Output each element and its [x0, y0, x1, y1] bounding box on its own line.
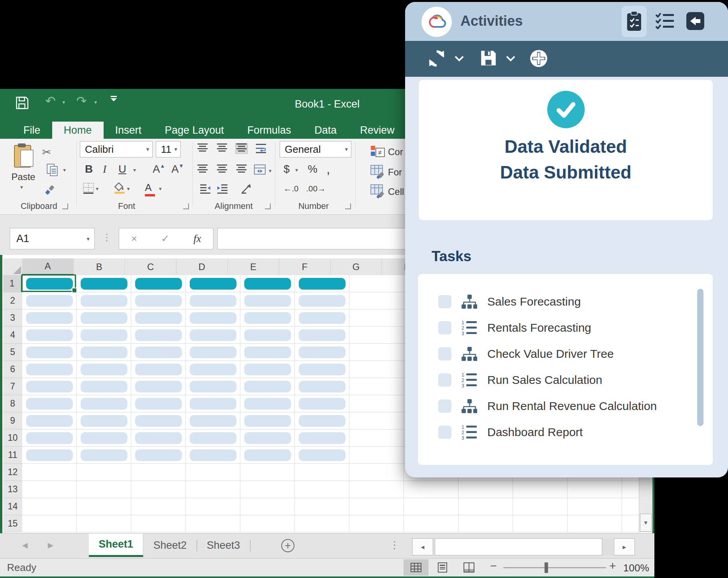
- cell-C9[interactable]: [135, 415, 182, 427]
- align-bottom-icon[interactable]: [236, 143, 247, 154]
- cell-F4[interactable]: [299, 329, 345, 341]
- cell-A11[interactable]: [26, 449, 73, 461]
- page-break-view-button[interactable]: [457, 559, 481, 576]
- cell-E1[interactable]: [244, 278, 291, 290]
- cell-C5[interactable]: [135, 346, 182, 358]
- select-all-corner[interactable]: [3, 258, 23, 276]
- cell-F8[interactable]: [299, 398, 345, 410]
- orientation-icon[interactable]: [241, 184, 252, 194]
- row-header-7[interactable]: 7: [3, 378, 22, 395]
- paste-icon[interactable]: [13, 143, 33, 168]
- row-header-5[interactable]: 5: [3, 344, 22, 361]
- increase-decimal-button[interactable]: ←.0: [284, 184, 299, 193]
- grow-font-button[interactable]: A▲: [153, 163, 165, 175]
- cell-A2[interactable]: [26, 295, 73, 307]
- cancel-icon[interactable]: ×: [131, 233, 137, 245]
- font-color-dropdown-icon[interactable]: ▾: [159, 186, 162, 192]
- cell-B2[interactable]: [81, 295, 127, 307]
- row-header-9[interactable]: 9: [3, 412, 22, 430]
- task-row[interactable]: Run Sales Calculation: [418, 369, 713, 391]
- cell-A9[interactable]: [26, 415, 73, 427]
- row-header-8[interactable]: 8: [3, 395, 22, 412]
- cell-B5[interactable]: [81, 346, 127, 358]
- cell-B6[interactable]: [81, 364, 127, 375]
- sheet-tab-sheet1[interactable]: Sheet1: [89, 534, 143, 557]
- number-format-select[interactable]: General▾: [280, 141, 351, 157]
- row-header-14[interactable]: 14: [3, 498, 22, 515]
- sheet-tab-sheet2[interactable]: Sheet2: [143, 534, 197, 557]
- cell-E4[interactable]: [244, 329, 291, 341]
- cell-A5[interactable]: [26, 346, 73, 358]
- cell-C10[interactable]: [135, 432, 182, 444]
- cell-B11[interactable]: [81, 449, 127, 461]
- paste-dropdown-icon[interactable]: ▾: [20, 184, 23, 190]
- increase-indent-icon[interactable]: [217, 184, 228, 194]
- task-row[interactable]: Run Rental Revenue Calculation: [418, 395, 713, 417]
- tab-insert[interactable]: Insert: [104, 122, 153, 139]
- cell-A6[interactable]: [26, 364, 73, 375]
- cell-C1[interactable]: [135, 278, 182, 290]
- sheet-nav-prev-icon[interactable]: ◄: [20, 540, 30, 551]
- cell-E3[interactable]: [244, 312, 291, 324]
- column-header-G[interactable]: G: [331, 258, 382, 275]
- formula-bar-splitter[interactable]: ⋮: [102, 232, 112, 243]
- conditional-formatting-label[interactable]: Cor: [388, 147, 403, 157]
- font-size-select[interactable]: 11▾: [156, 141, 181, 157]
- alignment-dialog-launcher-icon[interactable]: [265, 203, 271, 209]
- cell-D9[interactable]: [190, 415, 236, 427]
- font-name-select[interactable]: Calibri▾: [80, 141, 153, 157]
- task-checkbox[interactable]: [438, 321, 451, 334]
- collapse-panel-icon[interactable]: [686, 12, 704, 30]
- merge-center-dropdown-icon[interactable]: ▾: [269, 168, 271, 174]
- tab-scrollbar-splitter[interactable]: ⋮: [390, 539, 400, 551]
- task-checkbox[interactable]: [438, 373, 451, 387]
- task-checkbox[interactable]: [438, 426, 451, 439]
- cell-A8[interactable]: [26, 398, 73, 410]
- cell-C8[interactable]: [135, 398, 182, 410]
- cell-B3[interactable]: [81, 312, 127, 324]
- cell-F7[interactable]: [299, 381, 345, 392]
- row-header-1[interactable]: 1: [3, 275, 22, 292]
- cell-B8[interactable]: [81, 398, 127, 410]
- percent-button[interactable]: %: [308, 163, 317, 175]
- cell-F11[interactable]: [299, 449, 345, 461]
- task-row[interactable]: Dashboard Report: [418, 421, 713, 443]
- shrink-font-button[interactable]: A▼: [171, 163, 184, 175]
- page-layout-view-button[interactable]: [430, 559, 455, 576]
- cell-C6[interactable]: [135, 364, 182, 375]
- cell-E2[interactable]: [244, 295, 291, 307]
- currency-dropdown-icon[interactable]: ▾: [295, 167, 298, 173]
- font-color-icon[interactable]: A: [145, 182, 155, 196]
- cell-D5[interactable]: [190, 346, 236, 358]
- fill-handle[interactable]: [72, 288, 77, 293]
- borders-icon[interactable]: [83, 182, 94, 194]
- tab-data[interactable]: Data: [303, 122, 348, 139]
- cell-A10[interactable]: [26, 432, 73, 444]
- cell-styles-label[interactable]: Cell: [388, 186, 404, 197]
- font-dialog-launcher-icon[interactable]: [183, 203, 189, 209]
- tab-review[interactable]: Review: [348, 122, 406, 139]
- comma-button[interactable]: ,: [326, 161, 330, 177]
- task-row[interactable]: Check Value Driver Tree: [418, 343, 713, 365]
- clipboard-dialog-launcher-icon[interactable]: [62, 203, 68, 209]
- cell-B1[interactable]: [81, 278, 127, 290]
- row-header-3[interactable]: 3: [3, 309, 22, 327]
- align-top-icon[interactable]: [197, 143, 208, 154]
- task-checkbox[interactable]: [438, 295, 451, 308]
- row-header-11[interactable]: 11: [3, 447, 22, 464]
- cell-D8[interactable]: [190, 398, 236, 410]
- merge-center-icon[interactable]: [254, 164, 266, 175]
- cell-E5[interactable]: [244, 346, 291, 358]
- cell-F9[interactable]: [299, 415, 345, 427]
- copy-icon[interactable]: [47, 164, 58, 176]
- column-header-C[interactable]: C: [125, 258, 176, 275]
- activities-tab-button[interactable]: [622, 6, 647, 37]
- cell-E7[interactable]: [244, 381, 291, 392]
- column-header-F[interactable]: F: [279, 258, 331, 275]
- cell-C2[interactable]: [135, 295, 182, 307]
- cell-F6[interactable]: [299, 364, 345, 375]
- cell-E10[interactable]: [244, 432, 291, 444]
- refresh-dropdown-icon[interactable]: [454, 55, 464, 62]
- decrease-indent-icon[interactable]: [199, 184, 211, 194]
- checklist-icon[interactable]: [655, 12, 674, 29]
